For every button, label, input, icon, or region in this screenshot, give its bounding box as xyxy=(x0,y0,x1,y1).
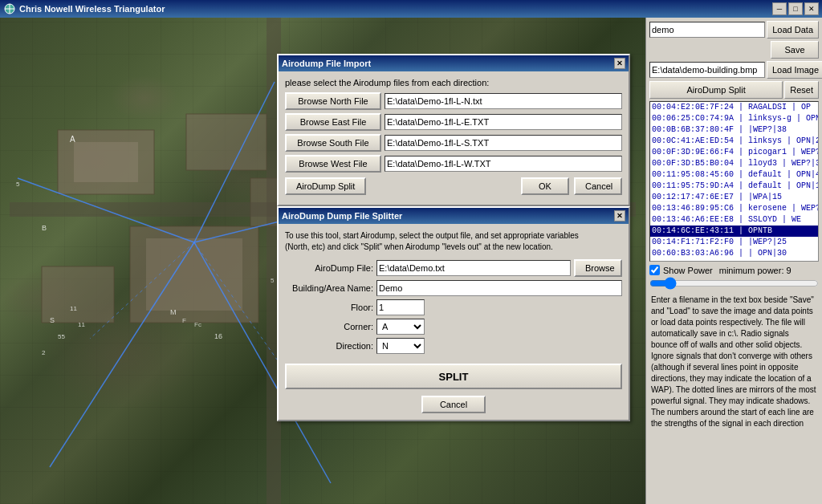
corner-row: Corner: A B C D xyxy=(285,319,622,335)
airodump-dialog-titlebar: Airodump File Import ✕ xyxy=(279,55,629,71)
list-item[interactable]: 00:60:B3:03:A6:96 | | OPN|30 xyxy=(650,248,818,259)
close-button[interactable]: ✕ xyxy=(804,2,819,15)
splitter-dialog: AiroDump Dump File Splitter ✕ To use thi… xyxy=(277,206,630,421)
airodump-file-row: AiroDump File: Browse xyxy=(285,259,622,277)
building-label: Building/Area Name: xyxy=(285,283,373,293)
app-title: Chris Nowell Wireless Triangulator xyxy=(19,4,772,14)
svg-text:11: 11 xyxy=(70,305,77,312)
floor-label: Floor: xyxy=(285,303,373,312)
load-image-button[interactable]: Load Image xyxy=(767,61,822,79)
save-row: Save xyxy=(649,41,819,59)
airodump-dialog-close[interactable]: ✕ xyxy=(614,58,625,69)
list-item[interactable]: 00:11:95:75:9D:A4 | default | OPN|17 xyxy=(650,181,818,192)
browse-south-button[interactable]: Browse South File xyxy=(285,134,381,152)
svg-text:2: 2 xyxy=(42,349,46,356)
save-button[interactable]: Save xyxy=(771,41,819,59)
airodump-ok-button[interactable]: OK xyxy=(521,177,569,195)
wifi-list[interactable]: 00:04:E2:0E:7F:24 | RAGALDSI | OP00:06:2… xyxy=(649,101,819,262)
window-controls: ─ □ ✕ xyxy=(772,2,819,15)
list-item[interactable]: 00:13:46:A6:EE:E8 | SSLOYD | WE xyxy=(650,214,818,226)
app-icon xyxy=(3,2,16,15)
min-power-label: minimum power: 9 xyxy=(719,266,791,275)
south-file-input[interactable] xyxy=(385,135,622,151)
building-input[interactable] xyxy=(376,280,622,296)
svg-rect-6 xyxy=(146,238,242,311)
file-path-row: Load Image xyxy=(649,61,819,79)
airodump-split-inner-button[interactable]: AiroDump Split xyxy=(285,177,366,195)
airodump-instruction: please select the Airodump files from ea… xyxy=(285,78,622,87)
splitter-dialog-titlebar: AiroDump Dump File Splitter ✕ xyxy=(279,208,629,224)
browse-west-button[interactable]: Browse West File xyxy=(285,155,381,173)
list-item[interactable]: 00:12:17:47:6E:E7 | |WPA|15 xyxy=(650,192,818,203)
south-file-row: Browse South File xyxy=(285,134,622,152)
browse-east-button[interactable]: Browse East File xyxy=(285,113,381,131)
reset-button[interactable]: Reset xyxy=(784,81,819,99)
splitter-cancel-row: Cancel xyxy=(285,396,622,413)
airodump-dialog-title: Airodump File Import xyxy=(282,59,371,68)
list-item[interactable]: 00:14:F1:71:F2:F0 | |WEP?|25 xyxy=(650,237,818,248)
splitter-dialog-title: AiroDump Dump File Splitter xyxy=(282,211,402,221)
info-text-area: Enter a filename in the text box beside … xyxy=(649,293,819,431)
browse-north-button[interactable]: Browse North File xyxy=(285,92,381,110)
splitter-browse-button[interactable]: Browse xyxy=(574,259,622,277)
direction-row: Direction: N E S W xyxy=(285,338,622,354)
north-file-row: Browse North File xyxy=(285,92,622,110)
svg-text:S: S xyxy=(50,316,55,324)
direction-label: Direction: xyxy=(285,341,373,351)
floor-input[interactable] xyxy=(376,299,425,315)
split-button[interactable]: SPLIT xyxy=(285,364,622,389)
svg-rect-7 xyxy=(42,266,114,323)
airodump-file-label: AiroDump File: xyxy=(285,263,373,273)
corner-select[interactable]: A B C D xyxy=(376,319,425,335)
show-power-row: Show Power minimum power: 9 xyxy=(649,265,819,275)
title-bar: Chris Nowell Wireless Triangulator ─ □ ✕ xyxy=(0,0,822,18)
north-file-input[interactable] xyxy=(385,93,622,109)
file-path-input[interactable] xyxy=(649,62,765,78)
direction-select[interactable]: N E S W xyxy=(376,338,425,354)
demo-row: Load Data xyxy=(649,21,819,39)
list-item[interactable]: 00:11:95:08:45:60 | default | OPN|44 xyxy=(650,169,818,181)
list-item[interactable]: 00:04:E2:0E:7F:24 | RAGALDSI | OP xyxy=(650,102,818,113)
load-data-button[interactable]: Load Data xyxy=(767,21,819,39)
maximize-button[interactable]: □ xyxy=(788,2,803,15)
list-item[interactable]: 00:13:46:89:95:C6 | kerosene | WEP? xyxy=(650,203,818,214)
east-file-row: Browse East File xyxy=(285,113,622,131)
list-item[interactable]: 00:0B:6B:37:80:4F | |WEP?|38 xyxy=(650,124,818,136)
west-file-row: Browse West File xyxy=(285,155,622,173)
airodump-file-input[interactable] xyxy=(376,260,571,276)
demo-input[interactable] xyxy=(649,22,765,38)
show-power-checkbox[interactable] xyxy=(649,265,660,275)
airodump-cancel-button[interactable]: Cancel xyxy=(574,177,622,195)
power-slider-container xyxy=(649,277,819,291)
building-row: Building/Area Name: xyxy=(285,280,622,296)
list-item[interactable]: 00:0F:3D:B5:B0:04 | lloyd3 | WEP?|34 xyxy=(650,158,818,169)
airodump-dialog-content: please select the Airodump files from ea… xyxy=(279,71,629,205)
floor-row: Floor: xyxy=(285,299,622,315)
airodump-split-button[interactable]: AiroDump Split xyxy=(649,81,783,99)
svg-text:Fc: Fc xyxy=(194,321,201,328)
airodump-bottom-row: AiroDump Split OK Cancel xyxy=(285,177,622,195)
corner-label: Corner: xyxy=(285,322,373,331)
power-slider[interactable] xyxy=(649,277,819,290)
list-item[interactable]: 00:06:25:C0:74:9A | linksys-g | OPN|2 xyxy=(650,113,818,124)
east-file-input[interactable] xyxy=(385,114,622,130)
svg-text:5: 5 xyxy=(16,181,20,188)
airodump-reset-row: AiroDump Split Reset xyxy=(649,81,819,99)
svg-rect-4 xyxy=(74,142,138,182)
svg-text:55: 55 xyxy=(58,333,65,340)
svg-text:5: 5 xyxy=(271,277,275,284)
splitter-cancel-button[interactable]: Cancel xyxy=(421,396,486,413)
list-item[interactable]: 00:0F:3D:9E:66:F4 | picogar1 | WEP?| xyxy=(650,147,818,158)
splitter-dialog-content: To use this tool, start Airodump, select… xyxy=(279,224,629,420)
svg-text:16: 16 xyxy=(214,332,222,340)
list-item[interactable]: 00:14:6C:EE:43:11 | OPNTB xyxy=(650,226,818,237)
main-window: A B S 55 11 11 2 M F Fc 16 5 5 Load Data xyxy=(0,18,822,504)
svg-text:F: F xyxy=(182,317,186,324)
west-file-input[interactable] xyxy=(385,156,622,172)
right-panel: Load Data Save Load Image AiroDump Split… xyxy=(645,18,822,504)
splitter-instruction: To use this tool, start Airodump, select… xyxy=(285,230,622,253)
splitter-dialog-close[interactable]: ✕ xyxy=(614,210,625,222)
svg-text:M: M xyxy=(170,308,177,316)
minimize-button[interactable]: ─ xyxy=(772,2,787,15)
list-item[interactable]: 00:0C:41:AE:ED:54 | linksys | OPN|20 xyxy=(650,136,818,147)
